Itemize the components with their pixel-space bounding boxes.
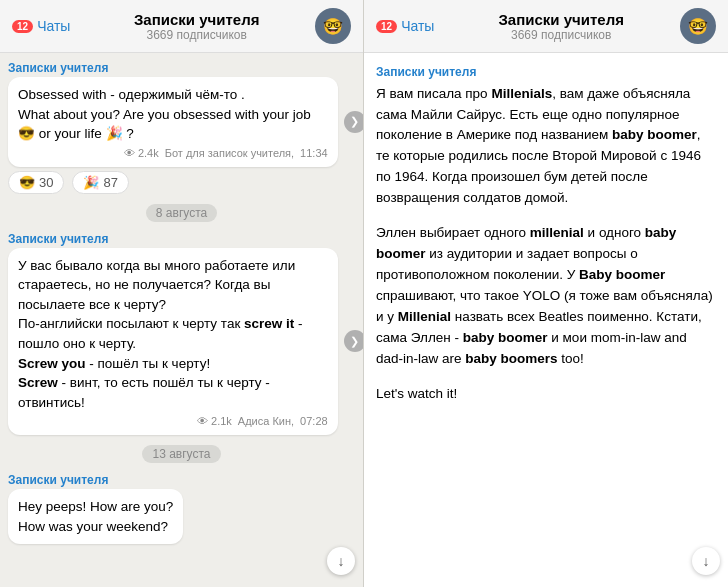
channel-name-2: Записки учителя: [8, 232, 355, 246]
time-1: 11:34: [300, 147, 328, 159]
channel-title-left: Записки учителя: [78, 11, 315, 28]
date-divider-2: 13 августа: [8, 445, 355, 463]
message-group-3: Записки учителя Hey peeps! How are you? …: [8, 473, 355, 544]
chat-area-left: Записки учителя Obsessed with - одержимы…: [0, 53, 363, 587]
message-meta-1: 👁 2.4k Бот для записок учителя, 11:34: [18, 147, 328, 159]
header-center-left: Записки учителя 3669 подписчиков: [78, 11, 315, 42]
right-channel-name: Записки учителя: [376, 63, 716, 82]
forward-btn-2[interactable]: ❯: [344, 330, 363, 352]
right-para-1: Я вам писала про Millenials, вам даже об…: [376, 84, 716, 210]
bubble-1: Obsessed with - одержимый чём-то . What …: [8, 77, 338, 167]
channel-subtitle-left: 3669 подписчиков: [78, 28, 315, 42]
scroll-down-btn-left[interactable]: ↓: [327, 547, 355, 575]
scroll-down-btn-right[interactable]: ↓: [692, 547, 720, 575]
source-2: Адиса Кин,: [238, 415, 294, 427]
avatar-left[interactable]: 🤓: [315, 8, 351, 44]
channel-name-3: Записки учителя: [8, 473, 355, 487]
right-header: 12 Чаты Записки учителя 3669 подписчиков…: [364, 0, 728, 53]
back-button-left[interactable]: 12 Чаты: [12, 18, 70, 34]
back-label-left[interactable]: Чаты: [37, 18, 70, 34]
reaction-cool[interactable]: 😎 30: [8, 171, 64, 194]
unread-badge-left: 12: [12, 20, 33, 33]
bubble-2: У вас бывало когда вы много работаете ил…: [8, 248, 338, 436]
message-text-3: Hey peeps! How are you? How was your wee…: [18, 497, 173, 536]
back-button-right[interactable]: 12 Чаты: [376, 18, 434, 34]
date-pill-2: 13 августа: [142, 445, 220, 463]
view-count-2: 👁 2.1k: [197, 415, 232, 427]
channel-subtitle-right: 3669 подписчиков: [442, 28, 680, 42]
view-count-1: 👁 2.4k: [124, 147, 159, 159]
reaction-party[interactable]: 🎉 87: [72, 171, 128, 194]
right-panel: 12 Чаты Записки учителя 3669 подписчиков…: [364, 0, 728, 587]
message-group-1: Записки учителя Obsessed with - одержимы…: [8, 61, 355, 194]
time-2: 07:28: [300, 415, 328, 427]
right-scroll-area[interactable]: Записки учителя Я вам писала про Milleni…: [364, 53, 728, 587]
avatar-icon-right: 🤓: [688, 17, 708, 36]
message-meta-2: 👁 2.1k Адиса Кин, 07:28: [18, 415, 328, 427]
forward-btn-1[interactable]: ❯: [344, 111, 363, 133]
left-panel: 12 Чаты Записки учителя 3669 подписчиков…: [0, 0, 364, 587]
right-message-content: Записки учителя Я вам писала про Milleni…: [364, 53, 728, 429]
channel-title-right: Записки учителя: [442, 11, 680, 28]
avatar-icon-left: 🤓: [323, 17, 343, 36]
reactions-1: 😎 30 🎉 87: [8, 171, 355, 194]
reaction-party-count: 87: [103, 175, 117, 190]
bubble-3: Hey peeps! How are you? How was your wee…: [8, 489, 183, 544]
date-pill-1: 8 августа: [146, 204, 217, 222]
message-text-2: У вас бывало когда вы много работаете ил…: [18, 256, 328, 413]
unread-badge-right: 12: [376, 20, 397, 33]
message-text-1: Obsessed with - одержимый чём-то . What …: [18, 85, 328, 144]
back-label-right[interactable]: Чаты: [401, 18, 434, 34]
right-para-2: Эллен выбирает одного millenial и одного…: [376, 223, 716, 369]
date-divider-1: 8 августа: [8, 204, 355, 222]
source-1: Бот для записок учителя,: [165, 147, 294, 159]
message-group-2: Записки учителя У вас бывало когда вы мн…: [8, 232, 355, 436]
avatar-right[interactable]: 🤓: [680, 8, 716, 44]
right-para-3: Let's watch it!: [376, 384, 716, 405]
channel-name-1: Записки учителя: [8, 61, 355, 75]
reaction-cool-count: 30: [39, 175, 53, 190]
header-center-right: Записки учителя 3669 подписчиков: [442, 11, 680, 42]
left-header: 12 Чаты Записки учителя 3669 подписчиков…: [0, 0, 363, 53]
